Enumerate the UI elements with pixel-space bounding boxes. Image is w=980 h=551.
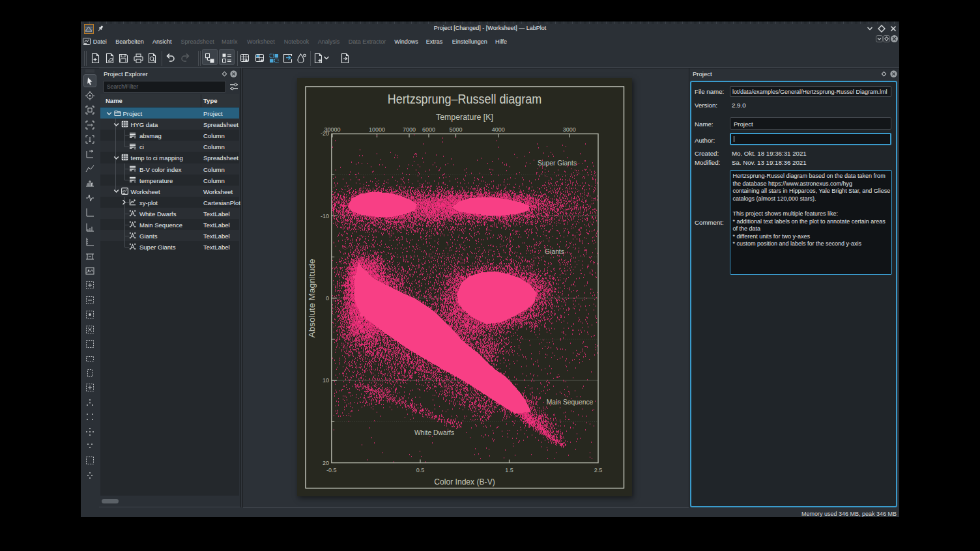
svg-text:20: 20 [323,460,329,466]
svg-text:Color Index (B-V): Color Index (B-V) [434,477,495,487]
svg-text:-0.5: -0.5 [326,467,337,473]
svg-text:Temperature [K]: Temperature [K] [436,113,493,122]
svg-text:10: 10 [323,377,329,384]
svg-text:Main Sequence: Main Sequence [547,399,594,406]
svg-text:-10: -10 [321,213,329,219]
svg-text:Hertzsprung–Russell diagram: Hertzsprung–Russell diagram [388,91,542,106]
svg-text:1.5: 1.5 [505,467,513,473]
svg-text:4000: 4000 [492,126,505,133]
svg-text:2.5: 2.5 [594,467,603,473]
svg-text:Absolute Magnitude: Absolute Magnitude [308,259,317,337]
svg-text:-20: -20 [321,130,329,137]
svg-text:7000: 7000 [403,126,416,133]
svg-text:Giants: Giants [545,248,564,255]
svg-text:0.5: 0.5 [416,467,425,473]
svg-text:Super Giants: Super Giants [538,160,577,167]
svg-text:0: 0 [326,295,329,302]
svg-text:10000: 10000 [369,126,385,133]
svg-text:6000: 6000 [422,126,435,133]
svg-text:5000: 5000 [449,126,462,133]
svg-text:3000: 3000 [563,126,576,133]
